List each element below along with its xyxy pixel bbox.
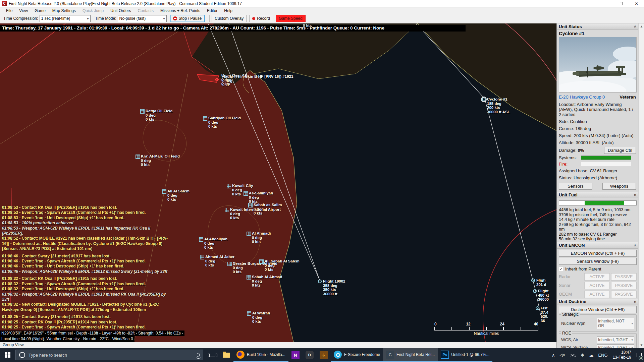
stop-pause-button[interactable]: Stop / Pause <box>170 15 205 22</box>
unit-status-header[interactable]: Unit Status « <box>557 23 639 30</box>
sensors-button[interactable]: Sensors <box>559 183 592 190</box>
emcon-active-button[interactable]: ACTIVE <box>584 282 610 289</box>
collapse-icon[interactable]: « <box>633 300 638 303</box>
log-entry: 01:08:32 - New contact! Designated MOBIL… <box>2 302 170 312</box>
time-mode-select[interactable]: No-pulse (fast) ▾ <box>118 15 167 22</box>
facility-marker[interactable]: As-Salimiyah0 deg0 kts <box>244 191 273 204</box>
emcon-window-button[interactable]: EMCON Window (Ctrl + F9) <box>559 250 637 257</box>
close-button[interactable]: ✕ <box>629 0 644 7</box>
minimize-button[interactable]: ─ <box>599 0 614 7</box>
taskbar-app-photoshop[interactable]: PsUntitled-1 @ 66.7%... <box>438 348 492 362</box>
doctrine-select[interactable]: Inherited, NOT GR▾ <box>597 318 634 329</box>
air-unit-marker[interactable]: Flight 19002358 deg350 kts36000 ft <box>318 279 345 296</box>
tray-chevron-icon[interactable]: ∧ <box>549 353 557 358</box>
air-unit-marker[interactable]: Fligh201 d <box>531 278 546 287</box>
marker-label: Flight480 kt36000 <box>538 289 549 302</box>
menu-item-unit-orders[interactable]: Unit Orders <box>107 8 134 13</box>
unit-emcon-header[interactable]: Unit EMCON « <box>557 242 639 249</box>
collapse-icon[interactable]: « <box>633 244 638 246</box>
collapse-icon[interactable]: « <box>633 194 638 196</box>
air-unit-marker[interactable]: Cyclone #1185 deg200 kts30000 ft ASL <box>482 97 510 114</box>
doctrine-select[interactable]: Inherited, TIGHT -▾ <box>597 344 634 348</box>
time-mode-label: Time Mode: <box>95 16 116 21</box>
scroll-down-icon[interactable]: ▼ <box>639 342 644 348</box>
fuel-line: 3706 kg mission fuel, 749 kg reserve <box>559 213 637 218</box>
taskbar-app-firefox[interactable]: Build 1055 - Mozilla... <box>233 348 288 362</box>
taskbar-app-freedome[interactable]: F-Secure Freedome <box>331 348 383 362</box>
taskbar-app-firstnight[interactable]: CFirst Night Beta Rel... <box>383 348 438 362</box>
facility-marker[interactable]: Ratqa Oil Field0 deg0 kts <box>140 109 173 122</box>
taskbar-app-explorer[interactable] <box>219 348 233 362</box>
air-unit-marker[interactable]: Flight480 kt36000 <box>533 289 549 302</box>
facility-marker[interactable]: Sabah Al Ahmad0 deg0 kts <box>247 275 282 288</box>
emcon-active-button[interactable]: ACTIVE <box>584 291 610 298</box>
sensors-window-button[interactable]: Sensors Window (F9) <box>559 258 637 265</box>
task-view-button[interactable] <box>206 348 219 362</box>
facility-marker[interactable]: Sabriyah Oil Field0 deg0 kts <box>203 116 241 129</box>
game-speed-button[interactable]: Game Speed <box>276 15 306 22</box>
air-unit-marker[interactable]: Fist37:4520.36 <box>536 306 548 323</box>
cloud-icon[interactable]: ☁ <box>587 353 596 358</box>
unit-fuel-header[interactable]: Unit Fuel « <box>557 192 639 198</box>
time-compression-value: 1 sec (real-time) <box>41 16 85 21</box>
facility-marker[interactable]: Al Wafrah0 deg0 kts <box>247 311 270 324</box>
volume-muted-icon[interactable]: ◁× <box>557 353 568 357</box>
roe-groupbox: ROE WCS, AirInherited, TIGHT -▾WCS, Surf… <box>559 333 637 348</box>
emcon-passive-button[interactable]: PASSIVE <box>611 282 637 289</box>
sidebar-scrollbar[interactable]: ▲ ▼ <box>638 23 644 348</box>
altitude-text: Altitude: 30000 ft ASL (Auto) <box>557 139 639 146</box>
start-button[interactable] <box>0 348 15 362</box>
facility-marker[interactable]: Al Abdaliyah0 deg0 kts <box>199 237 227 250</box>
collapse-icon[interactable]: « <box>633 25 638 28</box>
onenote-icon: N <box>291 351 300 359</box>
air-unit-icon <box>531 279 535 282</box>
weapons-button[interactable]: Weapons <box>602 183 636 190</box>
maximize-button[interactable] <box>614 0 629 7</box>
marker-label: Ratqa Oil Field0 deg0 kts <box>146 109 173 122</box>
fuel-line: 58 min 32 sec flying time <box>559 237 637 242</box>
menu-item-missions-ref-points[interactable]: Missions + Ref. Points <box>157 8 204 13</box>
scale-tick <box>538 327 538 330</box>
map-viewport[interactable]: Time: Thursday, 17 January 1991 - Zulu: … <box>0 23 556 342</box>
menu-item-editor[interactable]: Editor <box>204 8 221 13</box>
record-button[interactable]: Record <box>249 15 273 22</box>
taskbar-app-onenote[interactable]: N <box>288 348 303 362</box>
custom-overlay-button[interactable]: Custom Overlay <box>212 15 247 22</box>
menu-item-help[interactable]: Help <box>221 8 236 13</box>
menu-item-view[interactable]: View <box>16 8 31 13</box>
damage-ctrl-button[interactable]: Damage Ctrl <box>604 147 636 154</box>
marker-label: As-Salimiyah0 deg0 kts <box>249 191 273 204</box>
doctrine-label: WCS, Surface <box>561 345 597 348</box>
dropbox-icon[interactable]: ❖ <box>578 353 587 358</box>
language-indicator[interactable]: ENG <box>596 353 610 358</box>
facility-marker[interactable]: Kuwait International Airport0 deg0 kts <box>225 207 281 220</box>
menu-item-file[interactable]: File <box>3 8 16 13</box>
taskbar-app-discord[interactable]: D <box>303 348 317 362</box>
window-title: First Night Beta Release 2.0 (Standalone… <box>9 1 242 6</box>
action-center-button[interactable]: 3 <box>634 348 644 362</box>
group-link[interactable]: E-2C Hawkeye Group 0 <box>559 95 605 100</box>
microphone-icon[interactable] <box>197 353 200 357</box>
taskbar-search-input[interactable]: Type here to search <box>15 350 203 360</box>
time-compression-select[interactable]: 1 sec (real-time) ▾ <box>40 15 91 22</box>
taskbar-app-flash[interactable]: ϟ <box>317 348 331 362</box>
emcon-passive-button[interactable]: PASSIVE <box>611 291 637 298</box>
emcon-active-button[interactable]: ACTIVE <box>584 273 610 281</box>
taskbar-clock[interactable]: 18:47 13-Feb-19 <box>610 350 634 360</box>
facility-icon <box>244 191 248 196</box>
menu-item-map-settings[interactable]: Map Settings <box>49 8 79 13</box>
scroll-up-icon[interactable]: ▲ <box>639 23 644 29</box>
unit-doctrine-header[interactable]: Unit Doctrine « <box>557 299 639 305</box>
facility-marker[interactable]: Ali Sabah Al Salem0 deg0 kts <box>259 259 300 272</box>
fuel-line: 14.4 kg / minute fuel burn rate <box>559 217 637 222</box>
inherit-parent-checkbox[interactable]: ✓ <box>559 267 563 271</box>
facility-marker[interactable]: Kra' Al-Maru Oil Field0 deg0 kts <box>136 154 180 167</box>
emcon-passive-button[interactable]: PASSIVE <box>611 273 637 281</box>
scale-tick <box>434 327 435 330</box>
menu-item-game[interactable]: Game <box>31 8 49 13</box>
marker-label: Fist37:4520.36 <box>541 306 548 323</box>
wifi-icon[interactable] <box>568 353 578 357</box>
doctrine-select[interactable]: Inherited, TIGHT -▾ <box>597 337 634 343</box>
facility-marker[interactable]: Al Ahmadi0 deg0 kts <box>247 231 271 244</box>
facility-marker[interactable]: Ali Al Salem0 deg0 kts <box>162 189 190 202</box>
